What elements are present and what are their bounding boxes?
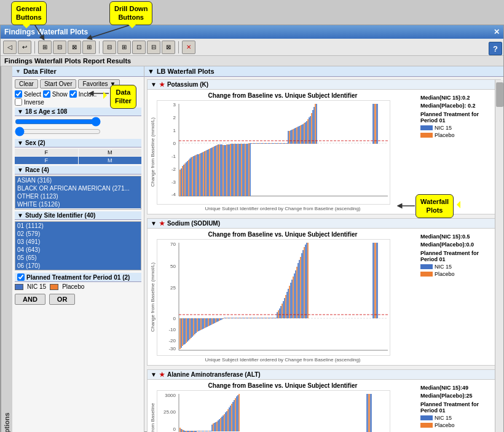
ss-07[interactable]: 07 (78) (15, 270, 141, 270)
sex-collapse-icon[interactable]: ▼ (17, 139, 23, 146)
ss-06[interactable]: 06 (170) (15, 262, 141, 270)
potassium-chart-svg: 3 2 1 0 -1 -2 -3 -4 (157, 100, 390, 205)
collapse-triangle-icon[interactable]: ▼ (15, 68, 21, 74)
start-over-button[interactable]: Start Over (40, 79, 77, 88)
age-range-slider-min[interactable] (15, 127, 101, 136)
toolbar-btn-close[interactable]: ✕ (182, 41, 195, 54)
alt-nic15-legend-label: NIC 15 (435, 415, 452, 421)
svg-rect-296 (230, 406, 231, 431)
select-checkbox[interactable] (15, 90, 22, 98)
toolbar-btn-9[interactable]: ⊠ (162, 41, 175, 54)
svg-rect-170 (215, 318, 216, 323)
ss-05[interactable]: 05 (65) (15, 254, 141, 262)
svg-text:3: 3 (173, 102, 176, 108)
study-site-listbox[interactable]: 01 (1112) 02 (579) 03 (491) 04 (643) 05 … (15, 221, 141, 270)
show-checkbox[interactable] (43, 90, 50, 98)
svg-rect-183 (231, 318, 232, 318)
race-item-asian[interactable]: ASIAN (316) (15, 176, 141, 184)
alt-legend-median-placebo: Median(Placebo):25 (420, 393, 495, 399)
svg-rect-192 (242, 318, 243, 318)
svg-rect-149 (189, 318, 191, 339)
age-range-slider[interactable] (15, 117, 101, 126)
sex-m-value[interactable]: M (79, 157, 142, 164)
svg-rect-171 (216, 318, 218, 322)
clear-button[interactable]: Clear (15, 79, 38, 88)
svg-rect-206 (259, 318, 261, 318)
svg-rect-194 (245, 318, 246, 318)
toolbar-btn-4[interactable]: ⊞ (82, 41, 96, 54)
svg-rect-57 (231, 144, 232, 196)
right-scrollable[interactable]: ▼ ★ Potassium (K) Change from Baseline v… (144, 77, 503, 432)
inverse-checkbox[interactable] (15, 98, 22, 106)
and-button[interactable]: AND (15, 294, 45, 305)
svg-rect-106 (291, 130, 293, 144)
toolbar-btn-5[interactable]: ⊟ (103, 41, 116, 54)
svg-rect-236 (296, 267, 297, 318)
svg-rect-26 (193, 156, 194, 196)
include-checkbox[interactable] (69, 90, 77, 98)
svg-rect-150 (191, 318, 192, 338)
right-panel-scrollbar[interactable] (495, 80, 503, 432)
toolbar-btn-3[interactable]: ⊠ (68, 41, 81, 54)
alt-legend: Median(NIC 15):49 Median(Placebo):25 Pla… (418, 382, 498, 432)
toolbar-btn-7[interactable]: ⊡ (132, 41, 146, 54)
svg-rect-89 (270, 143, 272, 144)
svg-rect-220 (277, 312, 278, 318)
ss-02[interactable]: 02 (579) (15, 230, 141, 238)
toolbar-btn-undo[interactable]: ↩ (18, 41, 31, 54)
toolbar-btn-2[interactable]: ⊟ (53, 41, 66, 54)
alt-legend-median-nic: Median(NIC 15):49 (420, 385, 495, 391)
toolbar-btn-back[interactable]: ◁ (3, 41, 17, 54)
svg-rect-214 (269, 318, 270, 318)
race-collapse-icon[interactable]: ▼ (17, 167, 23, 173)
sodium-legend-nic15: NIC 15 (420, 264, 495, 270)
svg-rect-62 (237, 144, 238, 196)
race-item-white[interactable]: WHITE (15126) (15, 200, 141, 208)
svg-rect-75 (253, 143, 254, 144)
content-area: Options ▼ Data Filter Clear Start Over F… (1, 66, 503, 432)
ss-03[interactable]: 03 (491) (15, 238, 141, 246)
svg-rect-289 (221, 417, 222, 431)
svg-rect-101 (285, 143, 286, 144)
svg-rect-15 (179, 170, 181, 196)
svg-rect-281 (211, 425, 213, 431)
race-item-black[interactable]: BLACK OR AFRICAN AMERICAN (271... (15, 184, 141, 192)
close-icon[interactable]: ✕ (494, 28, 500, 36)
sex-filter-label: ▼ Sex (2) (15, 139, 141, 147)
sodium-legend-median-nic: Median(NIC 15):0.5 (420, 234, 495, 240)
potassium-collapse-icon[interactable]: ▼ (151, 81, 157, 88)
toolbar-btn-1[interactable]: ⊞ (38, 41, 52, 54)
svg-rect-153 (194, 318, 195, 334)
toolbar-btn-6[interactable]: ⊞ (117, 41, 131, 54)
svg-rect-221 (278, 310, 279, 318)
svg-rect-243 (305, 245, 306, 318)
svg-text:-20: -20 (168, 338, 176, 344)
svg-rect-305 (368, 394, 370, 432)
svg-rect-155 (197, 318, 198, 332)
sodium-collapse-icon[interactable]: ▼ (151, 220, 157, 227)
age-collapse-icon[interactable]: ▼ (17, 108, 23, 115)
svg-rect-43 (214, 146, 215, 196)
svg-rect-207 (261, 318, 262, 318)
study-site-collapse-icon[interactable]: ▼ (17, 212, 23, 219)
pt-checkbox[interactable] (17, 273, 25, 281)
sodium-section-header: ▼ ★ Sodium (SODIUM) (148, 219, 500, 229)
svg-rect-104 (289, 131, 290, 144)
scrollbar-thumb[interactable] (496, 82, 503, 107)
potassium-legend-placebo: Placebo (420, 132, 495, 138)
or-button[interactable]: OR (49, 294, 76, 305)
sex-f-value[interactable]: F (15, 157, 78, 164)
ss-04[interactable]: 04 (643) (15, 246, 141, 254)
svg-rect-52 (225, 145, 226, 196)
svg-rect-275 (204, 431, 205, 431)
race-item-other[interactable]: OTHER (1123) (15, 192, 141, 200)
ss-01[interactable]: 01 (1112) (15, 222, 141, 230)
alt-nic15-legend-color (420, 415, 433, 420)
right-panel-collapse-icon[interactable]: ▼ (148, 68, 154, 75)
race-listbox[interactable]: ASIAN (316) BLACK OR AFRICAN AMERICAN (2… (15, 176, 141, 210)
help-button[interactable]: ? (489, 42, 502, 55)
toolbar-btn-8[interactable]: ⊟ (147, 41, 160, 54)
svg-rect-228 (286, 292, 288, 318)
options-tab[interactable]: Options (1, 66, 12, 432)
alt-collapse-icon[interactable]: ▼ (151, 371, 157, 378)
